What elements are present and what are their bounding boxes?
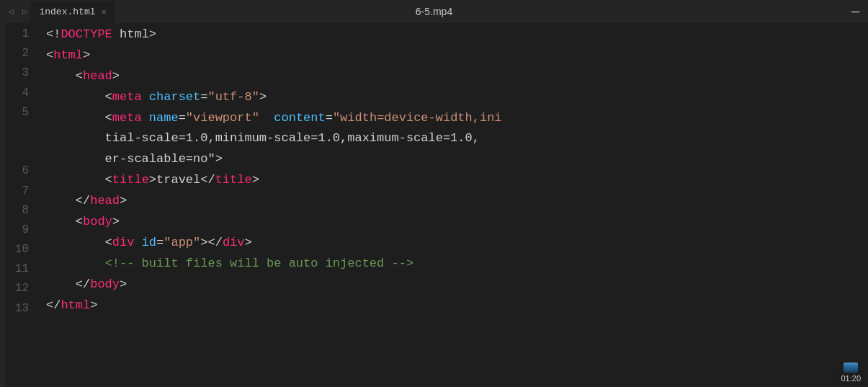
title-bar: ◁ ▷ index.html ✕ 6-5.mp4 —: [0, 0, 868, 23]
code-line-6: <title>travel</title>: [46, 170, 868, 191]
window-title: 6-5.mp4: [416, 6, 452, 17]
line-num-5a: 5: [12, 123, 29, 142]
code-editor: 1 2 3 4 5 5 5 6 7 8 9 10 11 12 13 <!DOCT…: [0, 23, 868, 387]
code-line-5b: tial-scale=1.0,minimum-scale=1.0,maximum…: [46, 128, 868, 149]
code-line-9: <div id="app"></div>: [46, 233, 868, 254]
line-num-5: 5: [12, 103, 29, 123]
line-num-10: 10: [12, 240, 29, 259]
editor-tab[interactable]: index.html ✕: [30, 0, 115, 23]
code-line-13: [46, 316, 868, 337]
code-line-3: <head>: [46, 66, 868, 87]
timestamp-text: 01:20: [841, 374, 861, 383]
line-num-2: 2: [12, 44, 29, 63]
nav-back-icon[interactable]: ◁: [6, 5, 17, 19]
nav-forward-icon[interactable]: ▷: [19, 5, 30, 19]
line-num-1: 1: [12, 25, 29, 44]
code-line-4: <meta charset="utf-8">: [46, 87, 868, 108]
line-num-3: 3: [12, 63, 29, 83]
code-line-11: </body>: [46, 275, 868, 295]
line-num-12: 12: [12, 279, 29, 298]
thumbnail-icon: [844, 362, 858, 373]
code-line-8: <body>: [46, 212, 868, 233]
line-num-8: 8: [12, 201, 29, 221]
code-line-5c: er-scalable=no">: [46, 149, 868, 170]
line-numbers: 1 2 3 4 5 5 5 6 7 8 9 10 11 12 13: [6, 23, 40, 387]
timestamp-overlay: 01:20: [836, 361, 865, 384]
line-num-7: 7: [12, 182, 29, 201]
code-line-12: </html>: [46, 295, 868, 316]
line-num-5b: 5: [12, 142, 29, 161]
code-line-1: <!DOCTYPE html>: [46, 25, 868, 45]
line-num-6: 6: [12, 161, 29, 181]
minimize-button[interactable]: —: [851, 4, 859, 19]
code-line-5a: <meta name="viewport" content="width=dev…: [46, 108, 868, 129]
code-line-2: <html>: [46, 45, 868, 66]
scrollbar-gutter: [0, 23, 6, 387]
code-area: <!DOCTYPE html> <html> <head> <meta char…: [40, 23, 868, 387]
tab-close-icon[interactable]: ✕: [101, 6, 106, 17]
line-num-13: 13: [12, 299, 29, 319]
nav-controls[interactable]: ◁ ▷: [0, 5, 30, 19]
code-line-7: </head>: [46, 191, 868, 212]
line-num-9: 9: [12, 221, 29, 240]
code-line-10: <!-- built files will be auto injected -…: [46, 254, 868, 275]
line-num-4: 4: [12, 84, 29, 103]
line-num-11: 11: [12, 259, 29, 279]
tab-filename: index.html: [39, 6, 95, 17]
